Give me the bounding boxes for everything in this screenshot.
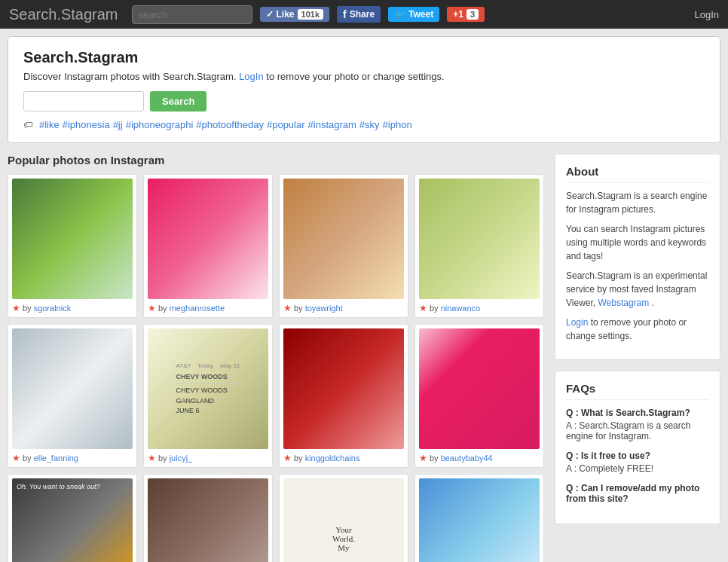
about-p4: Login to remove your photo or change set… (566, 316, 709, 343)
photo-thumb-2 (148, 179, 268, 299)
star-icon: ★ (419, 453, 427, 463)
photo-card-9[interactable]: Oh. You want to sneak out? ★ by user9 (8, 474, 137, 562)
tag-link[interactable]: #sky (359, 119, 380, 130)
tagline-post: to remove your photo or change settings. (266, 71, 444, 82)
photo-thumb-6: AT&T Today May 31 CHEVY WOODS CHEVY WOOD… (148, 328, 268, 449)
nav-login-button[interactable]: LogIn (694, 9, 719, 20)
tagline-pre: Discover Instagram photos with Search.St… (23, 71, 237, 82)
star-icon: ★ (148, 303, 156, 313)
gplus-button[interactable]: +1 3 (447, 7, 485, 22)
photo-attribution-8: ★ by beautybaby44 (419, 453, 540, 463)
photo-card-3[interactable]: ★ by toyawright (279, 174, 408, 318)
photo-attribution-1: ★ by sgoralnick (12, 303, 133, 313)
photo-card-8[interactable]: ★ by beautybaby44 (414, 324, 544, 468)
photo-author-4[interactable]: ninawanco (441, 304, 481, 313)
photo-author-8[interactable]: beautybaby44 (441, 454, 493, 463)
like-button[interactable]: ✓ Like 101k (260, 7, 330, 22)
photo-card-6[interactable]: AT&T Today May 31 CHEVY WOODS CHEVY WOOD… (143, 324, 273, 468)
photo-text-6: AT&T Today May 31 CHEVY WOODS CHEVY WOOD… (172, 357, 245, 421)
share-label: Share (350, 9, 375, 20)
twitter-icon: 🐦 (394, 9, 405, 20)
like-label: Like (277, 9, 295, 20)
photo-thumb-3 (283, 179, 404, 299)
faq-q-2: Q : Is it free to use? (566, 451, 709, 461)
photo-author-7[interactable]: kinggoldchains (305, 454, 360, 463)
gplus-count: 3 (466, 9, 479, 20)
content-area: Popular photos on Instagram ★ by sgoraln… (8, 154, 720, 562)
photo-thumb-10 (148, 478, 268, 562)
photo-thumb-9: Oh. You want to sneak out? (12, 478, 133, 562)
photo-author-5[interactable]: elle_fanning (34, 454, 78, 463)
by-label: by (430, 454, 439, 463)
by-label: by (23, 304, 32, 313)
photo-author-2[interactable]: meghanrosette (170, 304, 225, 313)
gplus-label: +1 (453, 9, 463, 20)
by-label: by (294, 454, 303, 463)
search-panel: Search.Stagram Discover Instagram photos… (8, 36, 720, 143)
photo-card-12[interactable]: ★ by user12 (414, 474, 544, 562)
tag-link[interactable]: #photooftheday (196, 119, 264, 130)
faq-section: FAQs Q : What is Search.Stagram? A : Sea… (555, 371, 720, 524)
tagline: Discover Instagram photos with Search.St… (23, 71, 705, 82)
tag-link[interactable]: #jj (113, 119, 123, 130)
nav-search-input[interactable] (132, 5, 252, 24)
photo-author-1[interactable]: sgoralnick (34, 304, 72, 313)
star-icon: ★ (12, 303, 20, 313)
about-title: About (566, 165, 709, 183)
photo-attribution-3: ★ by toyawright (283, 303, 404, 313)
photo-thumb-1 (12, 179, 133, 299)
tag-link[interactable]: #like (39, 119, 60, 130)
search-row: Search (23, 91, 705, 111)
about-p3: Search.Stagram is an experimental servic… (566, 269, 709, 310)
tag-icon: 🏷 (23, 119, 33, 130)
faq-item-2: Q : Is it free to use? A : Completely FR… (566, 451, 709, 474)
about-section: About Search.Stagram is a search engine … (555, 154, 720, 360)
by-label: by (158, 304, 167, 313)
photo-thumb-8 (419, 328, 540, 449)
photo-card-10[interactable]: ★ by user10 (143, 474, 273, 562)
logo-bold: Search (9, 6, 57, 23)
photo-card-2[interactable]: ★ by meghanrosette (143, 174, 273, 318)
tag-link[interactable]: #iphoneographi (126, 119, 194, 130)
search-button[interactable]: Search (150, 91, 206, 111)
main-search-input[interactable] (23, 91, 144, 111)
tag-link[interactable]: #instagram (308, 119, 356, 130)
top-navigation: Search.Stagram ✓ Like 101k f Share 🐦 Twe… (0, 0, 728, 29)
tag-link[interactable]: #iphonesia (63, 119, 110, 130)
webstagram-link[interactable]: Webstagram (598, 298, 649, 308)
star-icon: ★ (419, 303, 427, 313)
photo-author-3[interactable]: toyawright (305, 304, 343, 313)
photo-card-7[interactable]: ★ by kinggoldchains (279, 324, 408, 468)
photo-thumb-7 (283, 328, 404, 449)
photo-author-6[interactable]: juicyj_ (170, 454, 193, 463)
sidebar: About Search.Stagram is a search engine … (555, 154, 720, 562)
photo-card-5[interactable]: ★ by elle_fanning (8, 324, 137, 468)
tagline-login-link[interactable]: LogIn (239, 71, 264, 82)
by-label: by (23, 454, 32, 463)
faq-q-3: Q : Can I remove/add my photo from this … (566, 483, 709, 504)
tweet-button[interactable]: 🐦 Tweet (388, 7, 439, 22)
photo-card-11[interactable]: YourWorld.My ★ by user11 (279, 474, 408, 562)
faq-a-1: A : Search.Stagram is a search engine fo… (566, 420, 709, 441)
faq-item-3: Q : Can I remove/add my photo from this … (566, 483, 709, 504)
star-icon: ★ (283, 303, 292, 313)
photo-thumb-12 (419, 478, 540, 562)
page-wrapper: Search.Stagram Discover Instagram photos… (0, 29, 728, 562)
sidebar-login-link[interactable]: Login (566, 317, 588, 328)
photo-text-11: YourWorld.My (328, 521, 359, 557)
facebook-share-button[interactable]: f Share (337, 6, 381, 23)
photo-attribution-2: ★ by meghanrosette (148, 303, 268, 313)
tag-link[interactable]: #popular (267, 119, 305, 130)
logo-light: .Stagram (57, 6, 118, 23)
tag-link[interactable]: #iphon (383, 119, 412, 130)
photo-card-1[interactable]: ★ by sgoralnick (8, 174, 137, 318)
faq-title: FAQs (566, 382, 709, 400)
photos-area: Popular photos on Instagram ★ by sgoraln… (8, 154, 544, 562)
photo-attribution-5: ★ by elle_fanning (12, 453, 133, 463)
photo-card-4[interactable]: ★ by ninawanco (414, 174, 544, 318)
photos-grid: ★ by sgoralnick ★ by meghanrosette (8, 174, 544, 562)
site-title: Search.Stagram (23, 49, 705, 66)
star-icon: ★ (12, 453, 20, 463)
photo-text-9: Oh. You want to sneak out? (17, 483, 99, 490)
by-label: by (294, 304, 303, 313)
